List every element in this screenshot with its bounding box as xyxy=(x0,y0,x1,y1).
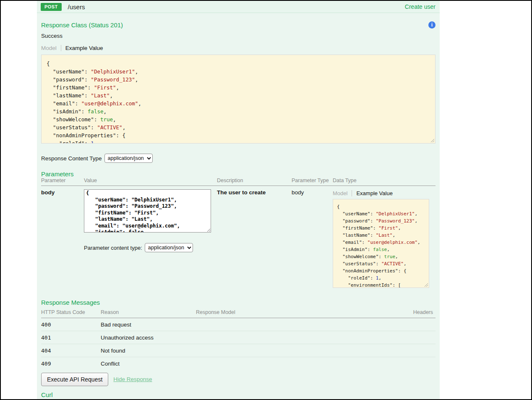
headers xyxy=(372,318,436,331)
execute-api-request-button[interactable]: Execute API Request xyxy=(41,373,108,386)
response-example-snippet: { "userName": "DelphixUser1", "password"… xyxy=(41,55,436,144)
response-content-type-row: Response Content Type application/json xyxy=(41,154,436,163)
parameters-heading: Parameters xyxy=(41,170,436,178)
response-content-type-select[interactable]: application/json xyxy=(104,154,153,163)
tab-example-value[interactable]: Example Value xyxy=(61,45,103,51)
col-description: Description xyxy=(217,178,292,186)
headers xyxy=(372,357,436,370)
response-model xyxy=(196,357,372,370)
parameter-description: The user to create xyxy=(217,186,292,288)
status-code: 401 xyxy=(41,331,101,344)
operation-panel: POST /users Create user Response Class (… xyxy=(37,1,440,400)
response-model xyxy=(196,331,372,344)
reason: Conflict xyxy=(101,357,196,370)
response-message-row: 400 Bad request xyxy=(41,318,436,331)
response-class-description: Success xyxy=(41,33,436,39)
parameter-type: body xyxy=(292,186,333,288)
data-type-example-snippet: { "userName": "DelphixUser1", "password"… xyxy=(333,199,429,288)
info-icon[interactable]: i xyxy=(428,21,436,29)
response-content-type-label: Response Content Type xyxy=(41,155,102,162)
status-code: 400 xyxy=(41,318,101,331)
curl-heading: Curl xyxy=(41,391,436,398)
data-type-tabs: Model Example Value xyxy=(333,190,433,196)
parameter-content-type-select[interactable]: application/json xyxy=(145,243,193,252)
tab-model[interactable]: Model xyxy=(333,190,352,196)
body-parameter-input[interactable]: { "userName": "DelphixUser1", "password"… xyxy=(84,189,211,233)
headers xyxy=(372,331,436,344)
status-code: 404 xyxy=(41,344,101,357)
col-data-type: Data Type xyxy=(333,178,436,186)
operation-summary-link[interactable]: Create user xyxy=(405,3,436,10)
operation-path-link[interactable]: /users xyxy=(68,3,85,10)
parameter-value-cell: { "userName": "DelphixUser1", "password"… xyxy=(84,186,217,288)
col-response-model: Response Model xyxy=(196,309,372,318)
response-message-row: 404 Not found xyxy=(41,344,436,357)
tab-example-value[interactable]: Example Value xyxy=(352,190,392,196)
headers xyxy=(372,344,436,357)
response-messages-table: HTTP Status Code Reason Response Model H… xyxy=(41,309,436,370)
parameter-content-type-label: Parameter content type: xyxy=(84,245,142,251)
response-class-heading-row: Response Class (Status 201) i xyxy=(41,21,436,29)
data-type-cell: Model Example Value { "userName": "Delph… xyxy=(333,186,436,288)
response-class-tabs: Model Example Value xyxy=(41,45,436,51)
col-parameter-type: Parameter Type xyxy=(292,178,333,186)
parameter-row-body: body { "userName": "DelphixUser1", "pass… xyxy=(41,186,436,288)
http-method-badge: POST xyxy=(41,3,62,11)
response-message-row: 409 Conflict xyxy=(41,357,436,370)
parameter-content-type-row: Parameter content type: application/json xyxy=(84,243,214,252)
reason: Not found xyxy=(101,344,196,357)
status-code: 409 xyxy=(41,357,101,370)
response-messages-heading: Response Messages xyxy=(41,299,436,306)
response-model xyxy=(196,318,372,331)
hide-response-link[interactable]: Hide Response xyxy=(113,376,152,382)
tab-model[interactable]: Model xyxy=(41,45,61,51)
response-message-row: 401 Unauthorized access xyxy=(41,331,436,344)
response-model xyxy=(196,344,372,357)
col-value: Value xyxy=(84,178,217,186)
col-parameter: Parameter xyxy=(41,178,84,186)
parameters-table: Parameter Value Description Parameter Ty… xyxy=(41,178,436,288)
reason: Unauthorized access xyxy=(101,331,196,344)
actions-row: Execute API Request Hide Response xyxy=(41,373,436,386)
operation-content: Response Class (Status 201) i Success Mo… xyxy=(37,21,440,400)
col-reason: Reason xyxy=(101,309,196,318)
response-class-heading: Response Class (Status 201) xyxy=(41,21,123,29)
operation-heading: POST /users Create user xyxy=(37,1,440,13)
col-headers: Headers xyxy=(372,309,436,318)
parameter-name: body xyxy=(41,186,84,288)
col-http-status-code: HTTP Status Code xyxy=(41,309,101,318)
reason: Bad request xyxy=(101,318,196,331)
